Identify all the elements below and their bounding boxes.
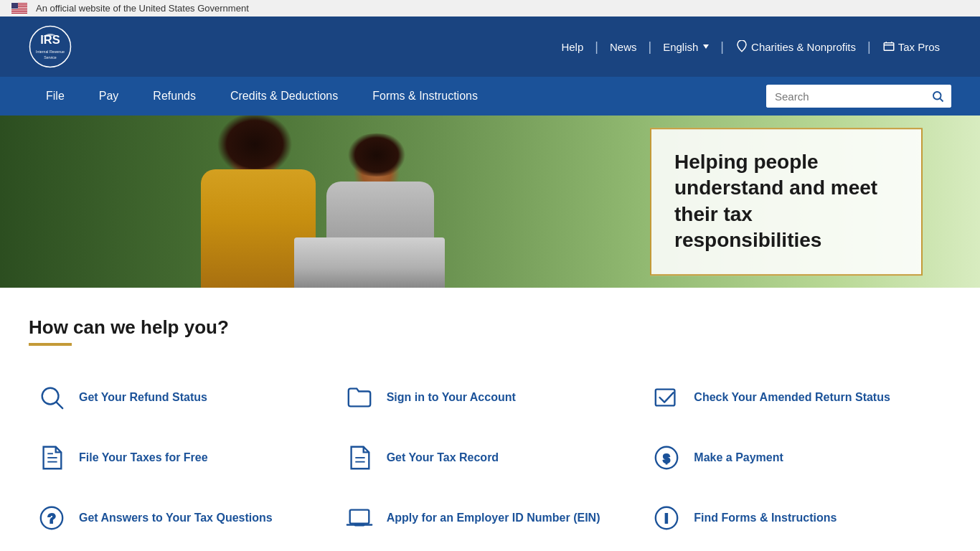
svg-rect-36 [349, 510, 369, 524]
english-chevron-icon [703, 44, 709, 49]
nav-refunds[interactable]: Refunds [136, 77, 213, 116]
section-underline [29, 343, 72, 346]
svg-rect-26 [656, 390, 675, 406]
gov-banner: An official website of the United States… [0, 0, 980, 17]
irs-logo-icon: IRS Internal Revenue Service [29, 25, 72, 68]
help-item-refund-text: Get Your Refund Status [79, 391, 207, 404]
help-item-payment[interactable]: $ Make a Payment [644, 428, 951, 488]
nav-english[interactable]: English [651, 41, 720, 53]
hero-person-man [316, 137, 452, 288]
help-item-ein[interactable]: Apply for an Employer ID Number (EIN) [336, 488, 644, 548]
help-item-filefree-text: File Your Taxes for Free [79, 451, 208, 464]
help-item-sign-in[interactable]: Sign in to Your Account [336, 367, 644, 428]
hero-text-box: Helping people understand and meet their… [650, 128, 923, 276]
main-nav-items: File Pay Refunds Credits & Deductions Fo… [29, 77, 495, 116]
svg-line-25 [57, 402, 63, 409]
search-icon [931, 90, 944, 103]
help-section-title: How can we help you? [29, 316, 951, 339]
nav-help[interactable]: Help [550, 41, 595, 53]
nav-forms[interactable]: Forms & Instructions [355, 77, 495, 116]
help-item-amended-return[interactable]: Check Your Amended Return Status [644, 367, 951, 428]
laptop-icon [344, 502, 375, 534]
file-lines-icon [36, 442, 67, 474]
help-item-tax-record[interactable]: Get Your Tax Record [336, 428, 644, 488]
nav-tax-pros[interactable]: Tax Pros [871, 40, 951, 53]
header-nav: Help | News | English | Charities & Nonp… [550, 39, 951, 55]
help-item-questions[interactable]: ? Get Answers to Your Tax Questions [29, 488, 336, 548]
question-circle-icon: ? [36, 502, 67, 534]
svg-point-22 [933, 92, 941, 100]
tax-record-icon [344, 442, 375, 474]
tax-pros-icon [882, 40, 895, 53]
check-box-icon [651, 382, 682, 413]
help-item-taxrecord-text: Get Your Tax Record [387, 451, 499, 464]
site-header: IRS Internal Revenue Service Help | News… [0, 17, 980, 77]
search-input[interactable] [766, 85, 924, 108]
svg-rect-18 [884, 43, 894, 51]
help-item-refund-status[interactable]: Get Your Refund Status [29, 367, 336, 428]
svg-line-23 [940, 98, 943, 101]
main-content: How can we help you? Get Your Refund Sta… [0, 288, 980, 551]
nav-file[interactable]: File [29, 77, 82, 116]
search-box [766, 85, 951, 108]
nav-credits[interactable]: Credits & Deductions [213, 77, 355, 116]
help-item-find-forms[interactable]: i Find Forms & Instructions [644, 488, 951, 548]
svg-rect-9 [11, 10, 27, 11]
gov-banner-text: An official website of the United States… [36, 3, 249, 14]
hero-section: Helping people understand and meet their… [0, 116, 980, 288]
svg-text:Service: Service [44, 55, 57, 60]
svg-text:?: ? [47, 511, 56, 526]
svg-rect-12 [11, 13, 27, 14]
help-grid: Get Your Refund Status Sign in to Your A… [29, 367, 951, 548]
main-nav: File Pay Refunds Credits & Deductions Fo… [0, 77, 980, 116]
help-item-questions-text: Get Answers to Your Tax Questions [79, 512, 273, 524]
svg-text:Internal Revenue: Internal Revenue [36, 50, 65, 54]
help-item-signin-text: Sign in to Your Account [387, 391, 516, 404]
svg-rect-11 [11, 12, 27, 13]
svg-rect-13 [11, 3, 18, 9]
nav-charities[interactable]: Charities & Nonprofits [724, 40, 867, 53]
svg-text:$: $ [664, 452, 671, 466]
help-item-payment-text: Make a Payment [694, 451, 783, 464]
svg-text:i: i [665, 511, 669, 526]
folder-icon [344, 382, 375, 413]
search-circle-icon [36, 382, 67, 413]
svg-rect-8 [11, 9, 27, 10]
help-item-ein-text: Apply for an Employer ID Number (EIN) [387, 512, 600, 524]
help-item-amended-text: Check Your Amended Return Status [694, 391, 890, 404]
info-circle-icon: i [651, 502, 682, 534]
hero-tagline: Helping people understand and meet their… [674, 149, 898, 254]
help-item-findforms-text: Find Forms & Instructions [694, 512, 837, 524]
svg-rect-7 [11, 9, 27, 9]
nav-news[interactable]: News [598, 41, 649, 53]
us-flag-icon [11, 3, 27, 14]
search-button[interactable] [924, 85, 951, 108]
dollar-circle-icon: $ [651, 442, 682, 474]
help-item-file-free[interactable]: File Your Taxes for Free [29, 428, 336, 488]
nav-pay[interactable]: Pay [82, 77, 136, 116]
irs-logo[interactable]: IRS Internal Revenue Service [29, 25, 72, 68]
svg-rect-10 [11, 11, 27, 12]
charities-icon [735, 40, 748, 53]
